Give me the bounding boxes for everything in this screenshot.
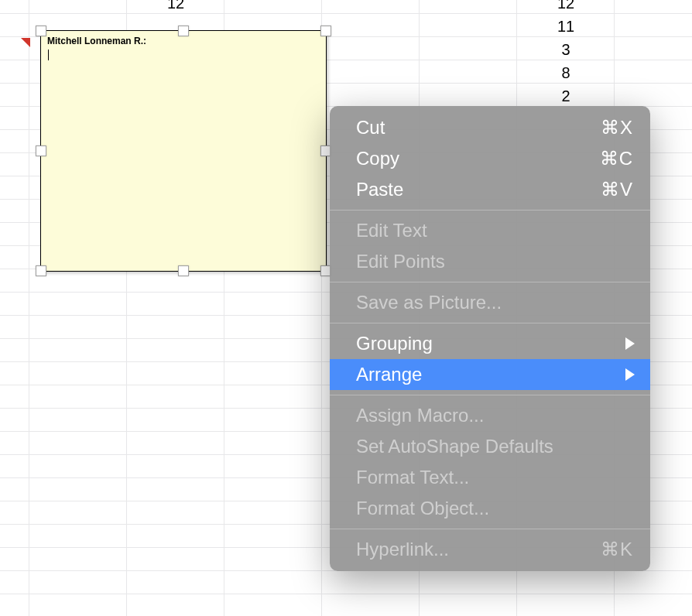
menu-assign-macro: Assign Macro... <box>330 400 650 431</box>
menu-label: Grouping <box>356 331 433 356</box>
cell-value[interactable]: 2 <box>517 84 615 108</box>
menu-set-autoshape-defaults: Set AutoShape Defaults <box>330 431 650 462</box>
resize-handle-bm[interactable] <box>178 265 189 276</box>
menu-grouping[interactable]: Grouping <box>330 328 650 359</box>
menu-shortcut: ⌘V <box>601 177 633 202</box>
cell-value[interactable]: 3 <box>517 38 615 61</box>
menu-separator <box>330 282 650 282</box>
menu-shortcut: ⌘K <box>601 537 633 562</box>
menu-hyperlink: Hyperlink... ⌘K <box>330 534 650 565</box>
menu-label: Cut <box>356 115 385 140</box>
text-caret <box>48 50 49 60</box>
context-menu: Cut ⌘X Copy ⌘C Paste ⌘V Edit Text Edit P… <box>330 106 650 571</box>
resize-handle-tl[interactable] <box>36 26 46 36</box>
menu-label: Save as Picture... <box>356 290 502 315</box>
comment-shape[interactable]: Mitchell Lonneman R.: <box>40 30 327 272</box>
menu-format-text: Format Text... <box>330 462 650 493</box>
menu-label: Edit Text <box>356 218 427 243</box>
resize-handle-ml[interactable] <box>36 145 46 156</box>
menu-separator <box>330 323 650 323</box>
menu-label: Paste <box>356 177 403 202</box>
cell-value[interactable]: 11 <box>517 15 615 38</box>
resize-handle-tr[interactable] <box>320 26 331 36</box>
menu-copy[interactable]: Copy ⌘C <box>330 143 650 174</box>
menu-separator <box>330 210 650 210</box>
menu-edit-text: Edit Text <box>330 215 650 246</box>
menu-format-object: Format Object... <box>330 493 650 524</box>
menu-label: Format Object... <box>356 496 489 521</box>
menu-shortcut: ⌘C <box>600 146 633 171</box>
menu-label: Set AutoShape Defaults <box>356 434 553 459</box>
cell-value[interactable]: 8 <box>517 61 615 84</box>
menu-paste[interactable]: Paste ⌘V <box>330 174 650 205</box>
menu-cut[interactable]: Cut ⌘X <box>330 112 650 143</box>
menu-shortcut: ⌘X <box>601 115 633 140</box>
menu-label: Copy <box>356 146 399 171</box>
cell-value[interactable]: 12 <box>127 0 224 15</box>
comment-indicator-icon <box>21 38 30 47</box>
resize-handle-bl[interactable] <box>36 265 46 276</box>
submenu-arrow-icon <box>625 368 635 381</box>
menu-separator <box>330 395 650 395</box>
menu-label: Format Text... <box>356 465 469 490</box>
menu-label: Arrange <box>356 362 422 387</box>
resize-handle-tm[interactable] <box>178 26 189 36</box>
menu-label: Assign Macro... <box>356 403 484 428</box>
menu-edit-points: Edit Points <box>330 246 650 277</box>
submenu-arrow-icon <box>625 337 635 350</box>
cell-value[interactable]: 12 <box>517 0 615 15</box>
menu-separator <box>330 529 650 529</box>
menu-save-as-picture: Save as Picture... <box>330 287 650 318</box>
menu-label: Hyperlink... <box>356 537 449 562</box>
menu-label: Edit Points <box>356 249 445 274</box>
menu-arrange[interactable]: Arrange <box>330 359 650 390</box>
